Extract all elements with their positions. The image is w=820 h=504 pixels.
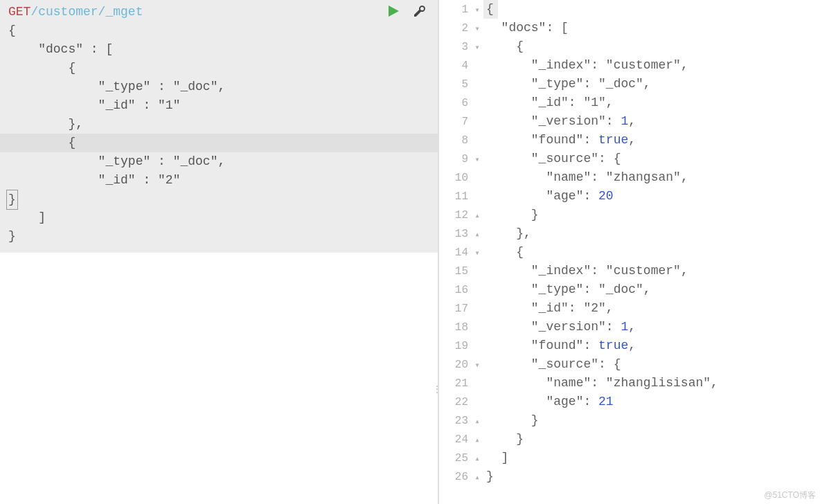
response-line[interactable]: 14▾ {: [439, 243, 820, 262]
request-body-line[interactable]: "docs" : [: [0, 40, 438, 59]
watermark: @51CTO博客: [764, 489, 816, 501]
line-number: 22: [439, 393, 471, 412]
line-number: 24: [439, 431, 471, 449]
line-number: 19: [439, 337, 471, 356]
request-method: GET: [8, 3, 30, 21]
fold-toggle[interactable]: ▴: [471, 226, 483, 244]
line-number: 4: [439, 57, 471, 75]
response-line[interactable]: 24▴ }: [439, 430, 820, 449]
response-line[interactable]: 1▾{: [439, 0, 820, 19]
line-number: 11: [439, 188, 471, 206]
line-number: 25: [439, 449, 471, 468]
line-number: 5: [439, 75, 471, 94]
response-line[interactable]: 16 "_type": "_doc",: [439, 280, 820, 299]
request-body-line[interactable]: "_type" : "_doc",: [0, 78, 438, 96]
response-line[interactable]: 8 "found": true,: [439, 131, 820, 150]
fold-toggle[interactable]: ▴: [471, 450, 483, 469]
line-number: 16: [439, 281, 471, 300]
response-viewer[interactable]: 1▾{2▾ "docs": [3▾ {4 "_index": "customer…: [438, 0, 820, 504]
line-number: 12: [439, 206, 471, 225]
run-icon[interactable]: [386, 4, 400, 18]
fold-toggle[interactable]: ▴: [471, 431, 483, 450]
response-line[interactable]: 18 "_version": 1,: [439, 318, 820, 336]
fold-toggle[interactable]: ▴: [471, 207, 483, 226]
line-number: 17: [439, 300, 471, 318]
request-body-line[interactable]: "_id" : "1": [0, 96, 438, 115]
fold-toggle[interactable]: ▴: [471, 413, 483, 431]
line-number: 15: [439, 262, 471, 281]
svg-marker-0: [389, 6, 399, 17]
fold-toggle[interactable]: ▾: [471, 1, 483, 20]
line-number: 18: [439, 318, 471, 337]
response-line[interactable]: 10 "name": "zhangsan",: [439, 168, 820, 187]
line-number: 3: [439, 38, 471, 57]
line-number: 20: [439, 356, 471, 375]
request-body-line[interactable]: },: [0, 115, 438, 134]
response-line[interactable]: 6 "_id": "1",: [439, 93, 820, 112]
request-body-line[interactable]: "_type" : "_doc",: [0, 152, 438, 171]
response-line[interactable]: 25▴ ]: [439, 449, 820, 467]
response-line[interactable]: 26▴}: [439, 467, 820, 486]
request-body-line[interactable]: ]: [0, 208, 438, 227]
response-line[interactable]: 9▾ "_source": {: [439, 150, 820, 168]
response-line[interactable]: 17 "_id": "2",: [439, 299, 820, 318]
line-number: 8: [439, 132, 471, 150]
response-line[interactable]: 2▾ "docs": [: [439, 19, 820, 37]
request-editor[interactable]: GET /customer/_mget{ "docs" : [ { "_type…: [0, 0, 438, 504]
response-line[interactable]: 13▴ },: [439, 224, 820, 243]
pane-resize-handle[interactable]: ⋮: [432, 388, 443, 392]
response-line[interactable]: 22 "age": 21: [439, 393, 820, 411]
fold-toggle[interactable]: ▾: [471, 151, 483, 170]
line-number: 14: [439, 244, 471, 262]
line-number: 10: [439, 169, 471, 188]
request-path: /customer/_mget: [30, 3, 143, 21]
line-number: 9: [439, 150, 471, 169]
response-line[interactable]: 19 "found": true,: [439, 336, 820, 355]
line-number: 23: [439, 412, 471, 431]
fold-toggle[interactable]: ▾: [471, 244, 483, 263]
response-line[interactable]: 4 "_index": "customer",: [439, 56, 820, 75]
request-body-line[interactable]: "_id" : "2": [0, 171, 438, 190]
request-body-line[interactable]: }: [0, 227, 438, 246]
response-line[interactable]: 3▾ {: [439, 37, 820, 56]
wrench-icon[interactable]: [413, 4, 427, 18]
response-line[interactable]: 23▴ }: [439, 411, 820, 430]
response-line[interactable]: 7 "_version": 1,: [439, 112, 820, 131]
line-number: 1: [439, 1, 471, 19]
request-body-line[interactable]: {: [0, 134, 438, 152]
line-number: 7: [439, 113, 471, 132]
fold-toggle[interactable]: ▴: [471, 469, 483, 487]
line-number: 6: [439, 94, 471, 113]
response-line[interactable]: 21 "name": "zhanglisisan",: [439, 374, 820, 393]
response-line[interactable]: 12▴ }: [439, 206, 820, 224]
line-number: 2: [439, 19, 471, 38]
response-line[interactable]: 20▾ "_source": {: [439, 355, 820, 374]
line-number: 26: [439, 468, 471, 487]
line-number: 13: [439, 225, 471, 244]
request-body-line[interactable]: }: [0, 190, 438, 208]
response-line[interactable]: 5 "_type": "_doc",: [439, 75, 820, 93]
fold-toggle[interactable]: ▾: [471, 39, 483, 57]
response-line[interactable]: 11 "age": 20: [439, 187, 820, 206]
fold-toggle[interactable]: ▾: [471, 357, 483, 375]
request-body-line[interactable]: {: [0, 21, 438, 40]
request-body-line[interactable]: {: [0, 59, 438, 78]
fold-toggle[interactable]: ▾: [471, 20, 483, 39]
line-number: 21: [439, 375, 471, 393]
response-line[interactable]: 15 "_index": "customer",: [439, 262, 820, 280]
